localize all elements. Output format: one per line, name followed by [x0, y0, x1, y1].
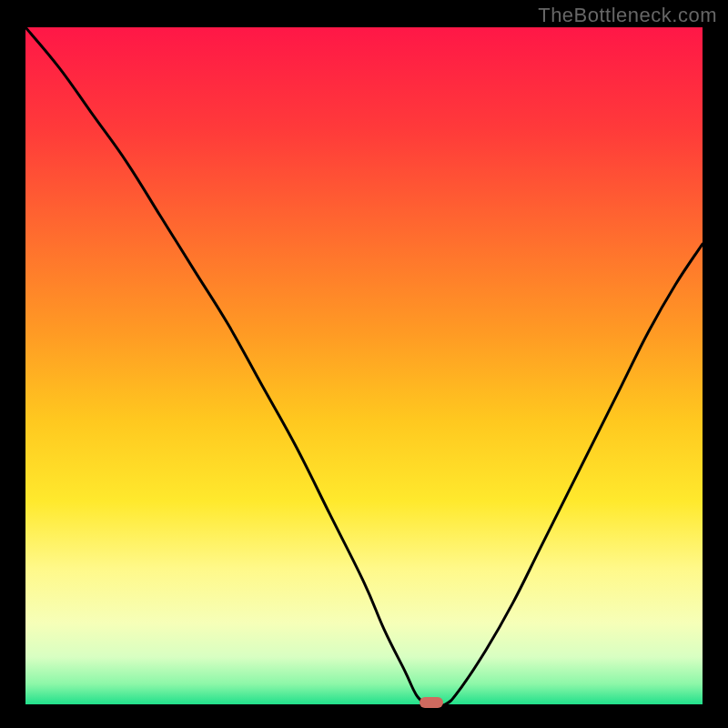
chart-frame: TheBottleneck.com: [0, 0, 728, 728]
optimal-point-marker: [420, 697, 443, 708]
gradient-background: [25, 27, 703, 704]
plot-area: [25, 27, 703, 704]
bottleneck-chart: [25, 27, 703, 704]
watermark-text: TheBottleneck.com: [538, 4, 717, 27]
